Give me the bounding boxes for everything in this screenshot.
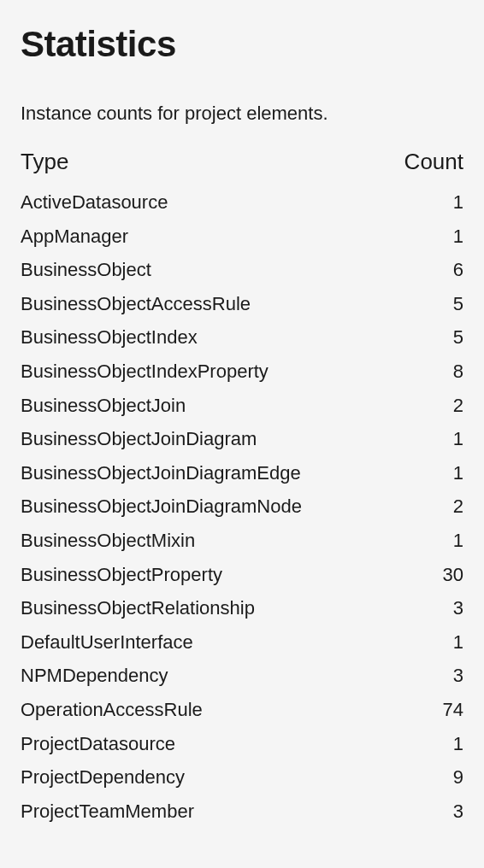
table-header: Type Count <box>21 149 463 175</box>
table-row: BusinessObjectJoin2 <box>21 389 463 423</box>
stats-table: Type Count ActiveDatasource1AppManager1B… <box>21 149 463 828</box>
cell-type: BusinessObjectAccessRule <box>21 287 395 321</box>
header-type: Type <box>21 149 395 175</box>
cell-type: BusinessObjectIndex <box>21 320 395 355</box>
cell-count: 30 <box>395 558 463 592</box>
cell-type: ActiveDatasource <box>21 185 395 220</box>
cell-count: 5 <box>395 320 463 355</box>
cell-type: AppManager <box>21 220 395 254</box>
cell-type: OperationAccessRule <box>21 693 395 727</box>
page-title: Statistics <box>21 24 463 65</box>
cell-type: ProjectDependency <box>21 760 395 795</box>
subtitle: Instance counts for project elements. <box>21 103 463 125</box>
table-row: BusinessObjectJoinDiagramEdge1 <box>21 456 463 490</box>
table-row: BusinessObjectJoinDiagram1 <box>21 422 463 456</box>
cell-count: 1 <box>395 456 463 490</box>
table-row: ProjectDatasource1 <box>21 727 463 761</box>
table-row: AppManager1 <box>21 220 463 254</box>
table-row: BusinessObjectMixin1 <box>21 524 463 558</box>
cell-count: 1 <box>395 524 463 558</box>
cell-type: BusinessObjectJoin <box>21 389 395 423</box>
cell-count: 1 <box>395 422 463 456</box>
cell-type: NPMDependency <box>21 659 395 693</box>
table-row: DefaultUserInterface1 <box>21 625 463 660</box>
cell-count: 1 <box>395 625 463 660</box>
cell-count: 1 <box>395 727 463 761</box>
cell-count: 6 <box>395 253 463 287</box>
cell-type: BusinessObjectProperty <box>21 558 395 592</box>
cell-type: BusinessObjectRelationship <box>21 591 395 625</box>
table-row: BusinessObjectRelationship3 <box>21 591 463 625</box>
table-row: BusinessObject6 <box>21 253 463 287</box>
cell-count: 8 <box>395 355 463 389</box>
cell-count: 2 <box>395 389 463 423</box>
cell-count: 2 <box>395 490 463 524</box>
table-row: ProjectTeamMember3 <box>21 795 463 829</box>
cell-count: 3 <box>395 795 463 829</box>
table-row: NPMDependency3 <box>21 659 463 693</box>
cell-type: DefaultUserInterface <box>21 625 395 660</box>
table-row: BusinessObjectProperty30 <box>21 558 463 592</box>
cell-type: ProjectDatasource <box>21 727 395 761</box>
table-row: ProjectDependency9 <box>21 760 463 795</box>
cell-type: BusinessObject <box>21 253 395 287</box>
cell-count: 5 <box>395 287 463 321</box>
cell-count: 74 <box>395 693 463 727</box>
cell-type: ProjectTeamMember <box>21 795 395 829</box>
table-row: BusinessObjectIndex5 <box>21 320 463 355</box>
cell-type: BusinessObjectJoinDiagram <box>21 422 395 456</box>
table-row: ActiveDatasource1 <box>21 185 463 220</box>
cell-count: 3 <box>395 659 463 693</box>
table-row: OperationAccessRule74 <box>21 693 463 727</box>
cell-type: BusinessObjectJoinDiagramNode <box>21 490 395 524</box>
cell-count: 3 <box>395 591 463 625</box>
cell-count: 9 <box>395 760 463 795</box>
table-row: BusinessObjectAccessRule5 <box>21 287 463 321</box>
header-count: Count <box>395 149 463 175</box>
cell-type: BusinessObjectIndexProperty <box>21 355 395 389</box>
cell-type: BusinessObjectMixin <box>21 524 395 558</box>
cell-type: BusinessObjectJoinDiagramEdge <box>21 456 395 490</box>
cell-count: 1 <box>395 185 463 220</box>
cell-count: 1 <box>395 220 463 254</box>
table-row: BusinessObjectIndexProperty8 <box>21 355 463 389</box>
table-row: BusinessObjectJoinDiagramNode2 <box>21 490 463 524</box>
